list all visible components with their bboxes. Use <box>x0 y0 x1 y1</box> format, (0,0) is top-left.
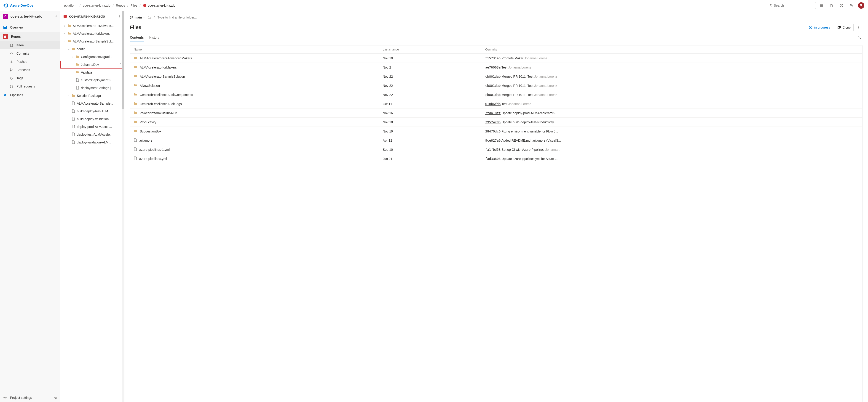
commit-hash[interactable]: fad3a803 <box>485 157 500 161</box>
tags-icon <box>9 76 14 80</box>
tree-item[interactable]: ⌄ALMAcceleratorSampleSol... <box>60 37 124 45</box>
nav-repos[interactable]: Repos <box>0 32 60 41</box>
repo-title[interactable]: coe-starter-kit-azdo <box>69 14 116 19</box>
tree-item[interactable]: deploy-prod-ALMAccel... <box>60 123 124 131</box>
tree-item[interactable]: ⌄config <box>60 45 124 53</box>
tree-item[interactable]: ›ALMAcceleratorforMakers <box>60 30 124 37</box>
build-status[interactable]: in progress <box>809 26 830 29</box>
nav-project-settings[interactable]: Project settings ≪ <box>0 393 60 402</box>
commit-hash[interactable]: 018b6fdb <box>485 102 500 106</box>
tree-item[interactable]: customDeploymentS... <box>60 76 124 84</box>
commit-message: Merged PR 1011: Test <box>501 93 533 97</box>
user-settings-icon[interactable] <box>847 1 856 10</box>
nav-pipelines[interactable]: Pipelines <box>0 91 60 100</box>
crumb-project[interactable]: coe-starter-kit-azdo <box>83 4 111 7</box>
crumb-repo[interactable]: coe-starter-kit-azdo ⌵ <box>143 4 180 7</box>
crumb-org[interactable]: pplatform <box>64 4 77 7</box>
tree-item[interactable]: build-deploy-test-ALM... <box>60 107 124 115</box>
tree-item-label: Validate <box>81 71 92 74</box>
help-icon[interactable]: ? <box>837 1 846 10</box>
fullscreen-button[interactable] <box>857 34 863 42</box>
logo-block[interactable]: Azure DevOps <box>2 3 61 8</box>
tab-contents[interactable]: Contents <box>130 34 144 42</box>
caret-icon: › <box>67 95 70 97</box>
tree-item[interactable]: ›ConfigurationMigrati... <box>60 53 124 61</box>
table-row[interactable]: .gitignoreApr 129ce827a6 Added README.md… <box>130 136 862 145</box>
tree-item[interactable]: ›SolutionPackage <box>60 92 124 100</box>
project-header[interactable]: C coe-starter-kit-azdo + <box>0 11 60 22</box>
commit-hash[interactable]: fa1fbd58 <box>485 148 500 152</box>
file-icon <box>72 117 75 121</box>
table-row[interactable]: ALMAcceleratorSampleSolutionNov 22cb801d… <box>130 72 862 81</box>
crumb-sub[interactable]: Files <box>130 4 137 7</box>
nav-label: Branches <box>17 68 30 72</box>
add-button[interactable]: + <box>55 14 57 19</box>
crumb-area[interactable]: Repos <box>116 4 125 7</box>
commit-hash[interactable]: 38470dc6 <box>485 130 500 133</box>
row-date: Nov 2 <box>379 63 482 72</box>
tree-item[interactable]: ALMAcceleratorSample... <box>60 100 124 107</box>
table-row[interactable]: CenterofExcellenceAuditComponentsNov 22c… <box>130 90 862 99</box>
tree-item[interactable]: deploymentSettings.j... <box>60 84 124 92</box>
row-name: Productivity <box>140 121 156 124</box>
table-row[interactable]: PowerPlatformGitHubALMNov 167fda18ff Upd… <box>130 108 862 118</box>
commit-hash[interactable]: 79524c85 <box>485 121 500 124</box>
tree-item[interactable]: build-deploy-validation... <box>60 115 124 123</box>
nav-files[interactable]: Files <box>0 41 60 49</box>
table-row[interactable]: ALMAcceleratorForAdvancedMakersNov 10f15… <box>130 54 862 63</box>
nav-pull-requests[interactable]: Pull requests <box>0 82 60 91</box>
table-row[interactable]: ANewSolutionNov 22cb801dab Merged PR 101… <box>130 81 862 90</box>
tree-item[interactable]: ›JohannaDev⋮ <box>60 61 124 69</box>
nav-branches[interactable]: Branches <box>0 66 60 74</box>
more-actions-button[interactable]: ⋮ <box>855 25 863 30</box>
tree-item[interactable]: ›Validate <box>60 69 124 76</box>
commit-hash[interactable]: cb801dab <box>485 75 500 78</box>
table-row[interactable]: CenterofExcellenceAuditLogsOct 11018b6fd… <box>130 99 862 108</box>
branches-icon <box>9 68 14 71</box>
path-sep: / <box>154 15 155 19</box>
commit-hash[interactable]: cb801dab <box>485 93 500 97</box>
tree-item[interactable]: ›ALMAcceleratorForAdvanc... <box>60 22 124 30</box>
left-nav: C coe-starter-kit-azdo + Overview Repos … <box>0 11 60 402</box>
tree-list: ›ALMAcceleratorForAdvanc...›ALMAccelerat… <box>60 22 124 402</box>
commit-hash[interactable]: ae76063a <box>485 66 500 69</box>
collapse-nav-icon[interactable]: ≪ <box>54 396 57 400</box>
commit-hash[interactable]: 9ce827a6 <box>485 139 500 142</box>
caret-icon: › <box>71 71 74 74</box>
clone-button[interactable]: Clone <box>835 24 854 31</box>
table-row[interactable]: azure-pipelines-1.ymlSep 10fa1fbd58 Set … <box>130 145 862 154</box>
list-icon[interactable] <box>817 1 826 10</box>
table-row[interactable]: ProductivityNov 1879524c85 Update build-… <box>130 118 862 127</box>
branch-icon <box>130 16 133 19</box>
th-last-change[interactable]: Last change <box>379 45 482 54</box>
search-input[interactable] <box>774 4 814 7</box>
th-name[interactable]: Name ↑ <box>130 45 379 54</box>
repo-more-button[interactable]: ⋮ <box>118 14 121 19</box>
marketplace-icon[interactable] <box>827 1 836 10</box>
commit-hash[interactable]: f1573145 <box>485 57 500 60</box>
row-name: CenterofExcellenceAuditComponents <box>140 93 193 97</box>
avatar[interactable]: JL <box>858 2 864 9</box>
tree-item[interactable]: deploy-validation-ALM... <box>60 138 124 146</box>
tree-scrollbar-thumb[interactable] <box>122 11 124 109</box>
table-row[interactable]: ALMAcceleratorforMakersNov 2ae76063a Tes… <box>130 63 862 72</box>
commit-hash[interactable]: cb801dab <box>485 84 500 88</box>
nav-commits[interactable]: Commits <box>0 49 60 58</box>
path-input[interactable] <box>158 15 863 19</box>
sort-asc-icon: ↑ <box>143 48 144 51</box>
th-commits[interactable]: Commits <box>482 45 862 54</box>
table-row[interactable]: SuggestionBoxNov 1938470dc6 Fixing envir… <box>130 127 862 136</box>
nav-pushes[interactable]: Pushes <box>0 58 60 66</box>
commit-hash[interactable]: 7fda18ff <box>485 111 500 115</box>
nav-tags[interactable]: Tags <box>0 74 60 82</box>
table-row[interactable]: azure-pipelines.ymlJun 21fad3a803 Update… <box>130 154 862 163</box>
tree-item[interactable]: deploy-test-ALMAccele... <box>60 131 124 138</box>
tree-item-label: ConfigurationMigrati... <box>81 55 112 59</box>
commit-author: Johanna Lorenz <box>508 66 531 69</box>
commit-message: Promote Maker <box>501 57 523 60</box>
row-date: Nov 10 <box>379 54 482 63</box>
search-box[interactable] <box>768 2 816 9</box>
tab-history[interactable]: History <box>149 34 159 42</box>
branch-selector[interactable]: main ⌵ <box>130 15 145 19</box>
nav-overview[interactable]: Overview <box>0 23 60 32</box>
